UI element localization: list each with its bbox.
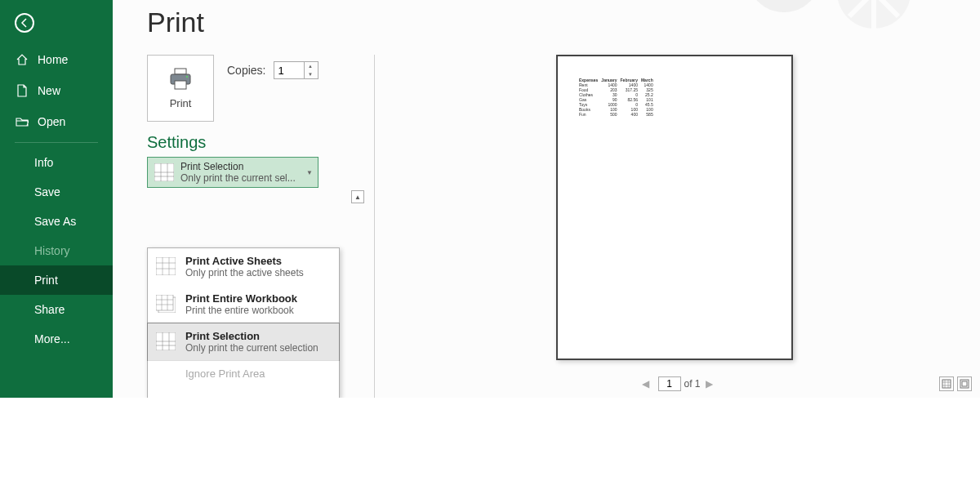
sidebar-item-label: History [34,244,70,257]
decorative-circles [751,0,980,41]
sidebar-item-open[interactable]: Open [0,106,113,137]
prev-page-button[interactable]: ◀ [637,378,654,390]
workbook-icon [154,292,177,315]
sidebar-item-label: More... [34,332,70,345]
printer-icon [168,68,193,91]
settings-scroll-up[interactable]: ▲ [351,190,364,203]
dropdown-option-active-sheets[interactable]: Print Active Sheets Only print the activ… [148,248,339,286]
sidebar-item-info[interactable]: Info [0,148,113,177]
sidebar-item-new[interactable]: New [0,75,113,106]
svg-rect-2 [175,69,186,74]
preview-table: ExpensesJanuaryFebruaryMarchRent14001400… [577,78,655,117]
sidebar-item-history: History [0,236,113,265]
sidebar-item-label: Print [34,274,58,287]
open-folder-icon [15,114,29,129]
setting-title: Print Selection [180,161,303,172]
sidebar-item-more[interactable]: More... [0,324,113,354]
dropdown-option-ignore-print-area: Ignore Print Area [148,361,339,398]
copies-stepper[interactable]: ▲ ▼ [274,61,318,79]
preview-page: ExpensesJanuaryFebruaryMarchRent14001400… [556,55,793,360]
svg-rect-38 [962,381,967,386]
sidebar-item-label: Save As [34,215,76,228]
copies-label: Copies: [227,64,265,77]
grid-selection-icon [153,161,176,184]
sidebar-item-print[interactable]: Print [0,265,113,295]
print-button[interactable]: Print [147,55,214,122]
sidebar-item-label: Open [38,115,65,128]
spin-up-icon[interactable]: ▲ [305,62,315,70]
settings-heading: Settings [147,133,366,152]
print-what-selector[interactable]: Print Selection Only print the current s… [147,157,318,188]
copies-input[interactable] [274,63,304,78]
page-number-input[interactable] [657,376,680,391]
svg-rect-4 [175,81,186,89]
sidebar-item-label: Info [34,156,53,169]
print-what-dropdown: Print Active Sheets Only print the activ… [147,247,340,398]
svg-point-5 [186,75,188,77]
sidebar-item-label: New [38,84,60,97]
option-subtitle: Only print the current selection [185,342,318,354]
dropdown-option-print-selection[interactable]: Print Selection Only print the current s… [147,323,340,361]
home-icon [15,52,29,67]
sidebar-item-home[interactable]: Home [0,44,113,75]
sidebar-item-share[interactable]: Share [0,295,113,324]
page-navigation: ◀ of 1 ▶ [637,376,717,391]
spin-down-icon[interactable]: ▼ [305,70,315,78]
print-preview-pane: ExpensesJanuaryFebruaryMarchRent14001400… [374,55,980,398]
show-margins-button[interactable] [939,376,954,391]
backstage-sidebar: Home New Open Info Save Save As History … [0,0,113,398]
sidebar-item-label: Home [38,53,68,66]
print-backstage-main: Print Print Copies: [113,0,980,398]
back-button[interactable] [15,13,34,33]
page-of-label: of 1 [684,378,700,390]
option-subtitle: Only print the active sheets [185,267,304,278]
sidebar-divider [15,142,98,143]
setting-subtitle: Only print the current sel... [180,172,303,184]
print-settings-column: Print Copies: ▲ ▼ ▲ Setti [113,55,374,398]
option-title: Ignore Print Area [185,368,265,380]
svg-rect-32 [942,380,951,388]
sidebar-item-save[interactable]: Save [0,177,113,207]
chevron-down-icon: ▼ [306,169,313,176]
next-page-button[interactable]: ▶ [701,378,718,390]
arrow-left-icon [20,18,29,28]
sidebar-item-label: Share [34,303,65,316]
zoom-to-page-button[interactable] [957,376,972,391]
sidebar-item-label: Save [34,185,60,198]
grid-selection-icon [154,330,177,353]
sidebar-item-save-as[interactable]: Save As [0,207,113,236]
svg-rect-18 [156,295,173,310]
print-button-label: Print [170,97,192,109]
svg-point-0 [755,0,813,4]
option-subtitle: Print the entire workbook [185,305,297,316]
option-title: Print Active Sheets [185,255,304,267]
dropdown-option-entire-workbook[interactable]: Print Entire Workbook Print the entire w… [148,286,339,323]
option-title: Print Entire Workbook [185,292,297,305]
option-title: Print Selection [185,330,318,342]
svg-rect-12 [156,257,176,275]
sheet-icon [154,255,177,278]
new-doc-icon [15,83,29,98]
